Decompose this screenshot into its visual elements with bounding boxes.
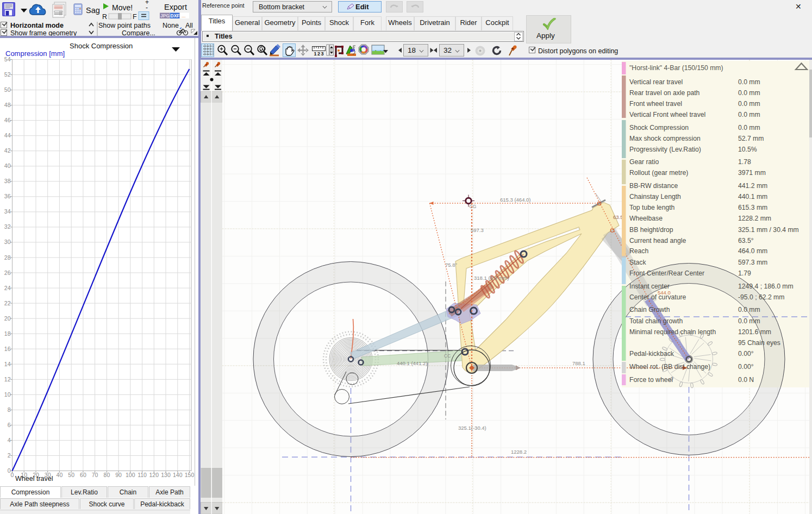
svg-text:1201.6 mm: 1201.6 mm xyxy=(738,328,771,336)
svg-text:Max shock compression: Max shock compression xyxy=(629,135,701,142)
svg-text:...: ... xyxy=(182,13,186,18)
svg-text:46: 46 xyxy=(4,117,11,123)
svg-text:Reach: Reach xyxy=(629,247,648,255)
svg-text:36: 36 xyxy=(4,193,11,199)
svg-text:BB height/drop: BB height/drop xyxy=(629,226,673,234)
svg-text:Instant center: Instant center xyxy=(629,283,670,290)
svg-text:54: 54 xyxy=(4,56,11,62)
svg-text:440.1 mm: 440.1 mm xyxy=(738,193,767,200)
svg-text:75.8°: 75.8° xyxy=(445,262,457,268)
svg-text:32: 32 xyxy=(4,223,11,230)
svg-text:12: 12 xyxy=(4,376,11,383)
svg-text:0.0 N: 0.0 N xyxy=(738,376,754,384)
svg-text:597.3 mm: 597.3 mm xyxy=(738,259,767,266)
svg-text:Vertical Front wheel travel: Vertical Front wheel travel xyxy=(629,111,705,118)
svg-text:6: 6 xyxy=(8,422,11,428)
svg-text:Minimal required chain length: Minimal required chain length xyxy=(629,328,716,336)
svg-text:Center of curvature: Center of curvature xyxy=(629,293,686,301)
svg-text:Rollout (gear metre): Rollout (gear metre) xyxy=(629,169,688,177)
svg-text:38: 38 xyxy=(4,178,11,184)
svg-text:20: 20 xyxy=(4,315,11,322)
svg-text:100: 100 xyxy=(126,472,135,478)
svg-text:110: 110 xyxy=(138,472,147,478)
svg-text:70: 70 xyxy=(92,472,98,478)
svg-text:2: 2 xyxy=(8,452,11,459)
svg-text:150: 150 xyxy=(185,472,195,478)
svg-text:1228.2 mm: 1228.2 mm xyxy=(738,215,771,222)
svg-text:Gear ratio: Gear ratio xyxy=(629,158,659,166)
svg-text:0.0 mm: 0.0 mm xyxy=(738,89,760,97)
svg-text:16: 16 xyxy=(4,346,11,352)
svg-text:Progressivity (Lev.Ratio): Progressivity (Lev.Ratio) xyxy=(629,146,701,153)
svg-text:50: 50 xyxy=(68,472,74,478)
svg-text:14: 14 xyxy=(4,361,11,367)
svg-text:4: 4 xyxy=(8,437,11,443)
svg-text:318.1 (0.0 mm): 318.1 (0.0 mm) xyxy=(474,275,509,281)
svg-text:63.5°: 63.5° xyxy=(738,237,754,245)
svg-text:60: 60 xyxy=(80,472,86,478)
svg-text:95 Chain eyes: 95 Chain eyes xyxy=(738,339,780,347)
svg-text:10: 10 xyxy=(4,391,11,398)
svg-text:0.0 mm: 0.0 mm xyxy=(738,100,760,108)
svg-text:CG: CG xyxy=(470,204,477,209)
svg-text:Top tube length: Top tube length xyxy=(629,204,674,211)
svg-text:22: 22 xyxy=(4,300,11,306)
svg-text:40: 40 xyxy=(57,472,63,478)
svg-text:0.0 mm: 0.0 mm xyxy=(738,111,760,118)
svg-text:Chain Growth: Chain Growth xyxy=(629,306,670,314)
svg-text:Force to wheel: Force to wheel xyxy=(629,376,673,384)
svg-text:140: 140 xyxy=(173,472,183,478)
svg-text:26: 26 xyxy=(4,269,11,276)
svg-text:42: 42 xyxy=(4,147,11,154)
svg-text:440.1 (441.2): 440.1 (441.2) xyxy=(397,360,428,366)
svg-text:DXF: DXF xyxy=(171,13,180,18)
svg-text:325.1(-30.4): 325.1(-30.4) xyxy=(458,425,486,431)
svg-text:CC: CC xyxy=(444,353,451,359)
svg-text:464.0 mm: 464.0 mm xyxy=(738,247,767,255)
svg-text:24: 24 xyxy=(4,285,11,291)
svg-text:1249.4 ; 186.0 mm: 1249.4 ; 186.0 mm xyxy=(738,283,794,290)
svg-text:Chainstay Length: Chainstay Length xyxy=(629,193,681,200)
svg-text:0: 0 xyxy=(11,472,14,478)
svg-text:3971 mm: 3971 mm xyxy=(738,169,766,177)
svg-text:Pedal-kickback: Pedal-kickback xyxy=(629,350,674,358)
svg-text:Vertical rear travel: Vertical rear travel xyxy=(629,78,683,86)
svg-text:597.3: 597.3 xyxy=(471,227,484,233)
svg-text:52: 52 xyxy=(4,71,11,78)
svg-text:28: 28 xyxy=(4,254,11,261)
svg-text:Stack: Stack xyxy=(629,259,646,266)
svg-text:40: 40 xyxy=(4,162,11,169)
svg-text:18: 18 xyxy=(4,330,11,337)
svg-text:441.2 mm: 441.2 mm xyxy=(738,182,767,190)
svg-text:Front wheel travel: Front wheel travel xyxy=(629,100,682,108)
svg-text:90: 90 xyxy=(115,472,122,478)
svg-text:0.00°: 0.00° xyxy=(738,350,754,358)
svg-text:30: 30 xyxy=(4,239,11,245)
svg-text:0.0 mm: 0.0 mm xyxy=(738,317,760,325)
svg-text:34: 34 xyxy=(4,208,11,215)
svg-text:615.3 (464.0): 615.3 (464.0) xyxy=(500,197,531,203)
svg-text:JPG: JPG xyxy=(160,13,170,18)
svg-text:1.79: 1.79 xyxy=(738,269,751,277)
svg-text:52.7 mm: 52.7 mm xyxy=(738,135,764,142)
svg-text:8: 8 xyxy=(8,406,11,413)
svg-text:-95.0 ; 62.2 mm: -95.0 ; 62.2 mm xyxy=(738,293,784,301)
svg-text:615.3 mm: 615.3 mm xyxy=(738,204,767,211)
svg-text:120: 120 xyxy=(149,472,159,478)
svg-text:788.1: 788.1 xyxy=(572,360,585,366)
svg-text:130: 130 xyxy=(161,472,171,478)
svg-text:0.00°: 0.00° xyxy=(738,363,754,371)
svg-text:Total chain growth: Total chain growth xyxy=(629,317,683,325)
svg-text:"Horst-link" 4-Bar (150/150 mm: "Horst-link" 4-Bar (150/150 mm) xyxy=(629,64,723,72)
svg-text:Wheel rot. (BB dist.change): Wheel rot. (BB dist.change) xyxy=(629,363,710,371)
svg-text:50: 50 xyxy=(4,86,11,93)
svg-text:44: 44 xyxy=(4,132,11,139)
svg-text:0.0 mm: 0.0 mm xyxy=(738,306,760,314)
svg-text:123: 123 xyxy=(314,51,325,57)
svg-text:BB-RW distance: BB-RW distance xyxy=(629,182,678,190)
svg-text:Current head angle: Current head angle xyxy=(629,237,686,245)
svg-text:Rear travel on axle path: Rear travel on axle path xyxy=(629,89,699,97)
svg-text:10.5%: 10.5% xyxy=(738,146,757,153)
svg-text:Front Center/Rear Center: Front Center/Rear Center xyxy=(629,269,704,277)
svg-text:325.1 mm / 30.4 mm: 325.1 mm / 30.4 mm xyxy=(738,226,799,234)
